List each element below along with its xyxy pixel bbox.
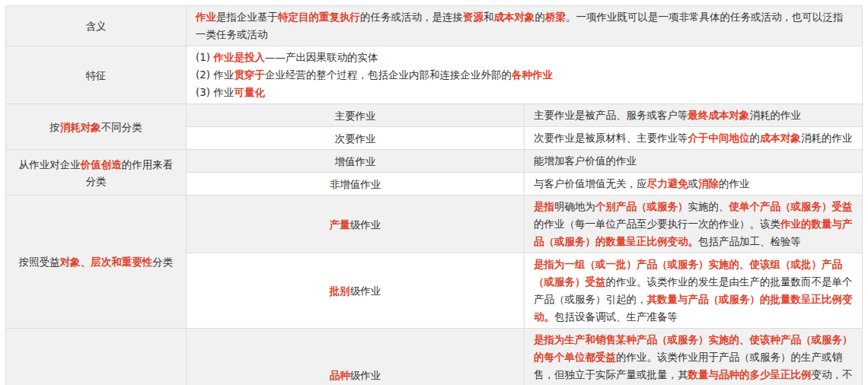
category-label-segment: 消耗对象	[60, 121, 101, 133]
category-label-cell: 含义	[6, 6, 187, 46]
description-segment: 明确地为	[554, 200, 595, 212]
description-cell: (1) 作业是投入——产出因果联动的实体(2) 作业贯穿于企业经营的整个过程，包…	[187, 46, 863, 104]
description-segment: 的作业	[719, 177, 750, 189]
description-segment: 各种作业	[512, 68, 553, 81]
table-row: 从作业对企业价值创造的作用来看分类增值作业能增加客户价值的作业	[6, 150, 863, 173]
description-segment: 主要作业是被产品、服务或客户等	[534, 109, 688, 121]
description-segment: 消除	[698, 177, 719, 189]
subcategory-label-segment: 非增值作业	[330, 178, 381, 190]
table-row: 按照受益对象、层次和重要性分类品种级作业是指为生产和销售某种产品（或服务）实施的…	[6, 329, 863, 385]
description-cell: 是指明确地为个别产品（或服务）实施的、使单个产品（或服务）受益的作业（每一单位产…	[525, 196, 863, 253]
description-segment: 特定目的重复执行	[278, 11, 360, 23]
classification-table: 含义作业是指企业基于特定目的重复执行的任务或活动，是连接资源和成本对象的桥梁。一…	[5, 5, 863, 385]
description-segment: 的	[750, 132, 761, 144]
subcategory-label-segment: 主要作业	[335, 110, 376, 122]
description-segment: 作业是投入	[213, 51, 265, 63]
category-label-cell: 按照受益对象、层次和重要性分类	[6, 196, 187, 329]
subcategory-label-segment: 增值作业	[335, 155, 376, 167]
description-cell: 是指为一组（或一批）产品（或服务）实施的、使该组（或批）产品（或服务）受益的作业…	[525, 253, 863, 329]
description-line: 次要作业是被原材料、主要作业等介于中间地位的成本对象消耗的作业	[534, 132, 853, 144]
description-segment: 的作业（每一单位产品至少要执行一次的作业）。该类	[534, 218, 780, 230]
subcategory-label-segment: 级作业	[350, 369, 381, 381]
description-cell: 主要作业是被产品、服务或客户等最终成本对象消耗的作业	[525, 104, 863, 127]
subcategory-cell: 增值作业	[187, 150, 525, 173]
description-line: (2) 作业贯穿于企业经营的整个过程，包括企业内部和连接企业外部的各种作业	[196, 66, 853, 84]
description-cell: 能增加客户价值的作业	[525, 150, 863, 173]
description-segment: 最终成本对象	[688, 109, 750, 121]
category-label-segment: 对象、层次和重要性	[60, 256, 153, 268]
subcategory-cell: 批别级作业	[187, 253, 525, 329]
subcategory-label-segment: 批别	[330, 285, 350, 297]
category-label-segment: 按	[49, 121, 60, 133]
description-segment: 实施的、	[688, 200, 729, 212]
table-row: 按照受益对象、层次和重要性分类产量级作业是指明确地为个别产品（或服务）实施的、使…	[6, 196, 863, 253]
description-segment: 尽力避免	[647, 177, 688, 189]
subcategory-cell: 品种级作业	[187, 329, 525, 385]
description-line: 是指明确地为个别产品（或服务）实施的、使单个产品（或服务）受益的作业（每一单位产…	[534, 200, 853, 247]
description-segment: (3) 作业	[196, 86, 234, 98]
subcategory-cell: 次要作业	[187, 127, 525, 150]
description-segment: 是指	[534, 200, 554, 212]
description-line: 是指为一组（或一批）产品（或服务）实施的、使该组（或批）产品（或服务）受益的作业…	[534, 258, 853, 323]
subcategory-label-segment: 级作业	[350, 285, 381, 297]
description-segment: 包括设备调试、生产准备等	[554, 310, 678, 323]
page: 含义作业是指企业基于特定目的重复执行的任务或活动，是连接资源和成本对象的桥梁。一…	[0, 0, 868, 385]
description-segment: 次要作业是被原材料、主要作业等	[534, 132, 688, 144]
description-segment: 与客户价值增值无关，应	[534, 177, 647, 189]
description-segment: 是指企业基于	[216, 11, 278, 23]
category-label-cell: 特征	[6, 46, 187, 104]
description-cell: 次要作业是被原材料、主要作业等介于中间地位的成本对象消耗的作业	[525, 127, 863, 150]
category-label-segment: 从作业对企业	[19, 158, 81, 170]
table-row: 特征(1) 作业是投入——产出因果联动的实体(2) 作业贯穿于企业经营的整个过程…	[6, 46, 863, 104]
subcategory-label-segment: 品种	[330, 369, 350, 381]
category-label-cell: 从作业对企业价值创造的作用来看分类	[6, 150, 187, 196]
subcategory-label-segment: 产量	[330, 218, 350, 231]
description-line: 是指为生产和销售某种产品（或服务）实施的、使该种产品（或服务）的每个单位都受益的…	[534, 333, 853, 385]
description-segment: (1)	[196, 51, 213, 63]
description-cell: 是指为生产和销售某种产品（或服务）实施的、使该种产品（或服务）的每个单位都受益的…	[525, 329, 863, 385]
description-segment: 作业	[196, 11, 216, 23]
category-label-segment: 按照受益	[19, 256, 60, 268]
description-segment: (2) 作业	[196, 68, 234, 81]
subcategory-label-segment: 级作业	[350, 218, 381, 231]
table-row: 含义作业是指企业基于特定目的重复执行的任务或活动，是连接资源和成本对象的桥梁。一…	[6, 6, 863, 46]
subcategory-cell: 产量级作业	[187, 196, 525, 253]
description-segment: 可量化	[234, 86, 265, 98]
description-segment: 企业经营的整个过程，包括企业内部和连接企业外部的	[265, 68, 512, 81]
description-segment: 的	[535, 11, 546, 23]
description-segment: 能增加客户价值的作业	[534, 154, 637, 167]
description-segment: 包括产品加工、检验等	[698, 235, 801, 247]
category-label-segment: 不同分类	[101, 121, 142, 133]
category-label-segment: 分类	[152, 256, 173, 268]
description-segment: 个别产品（或服务）	[595, 200, 688, 212]
description-cell: 作业是指企业基于特定目的重复执行的任务或活动，是连接资源和成本对象的桥梁。一项作…	[187, 6, 863, 46]
description-segment: 桥梁	[545, 11, 566, 23]
description-segment: 或	[688, 177, 699, 189]
category-label-cell: 按照受益对象、层次和重要性分类	[6, 329, 187, 385]
category-label-cell: 按消耗对象不同分类	[6, 104, 187, 150]
description-segment: 资源	[463, 11, 483, 23]
description-segment: ——产出因果联动的实体	[265, 51, 378, 63]
description-line: (3) 作业可量化	[196, 84, 853, 101]
description-segment: 消耗的作业	[801, 132, 853, 144]
description-line: 能增加客户价值的作业	[534, 154, 637, 167]
table-row: 按消耗对象不同分类主要作业主要作业是被产品、服务或客户等最终成本对象消耗的作业	[6, 104, 863, 127]
subcategory-cell: 非增值作业	[187, 173, 525, 196]
category-label-segment: 特征	[86, 69, 107, 81]
description-line: 主要作业是被产品、服务或客户等最终成本对象消耗的作业	[534, 109, 801, 121]
description-segment: 贯穿于	[234, 68, 265, 81]
description-segment: 消耗的作业	[750, 109, 802, 121]
description-segment: 介于中间地位	[688, 132, 750, 144]
category-label-segment: 价值创造	[81, 158, 122, 170]
description-segment: 数量与品种的多少呈正比例	[688, 368, 812, 380]
description-line: 与客户价值增值无关，应尽力避免或消除的作业	[534, 177, 750, 189]
description-line: (1) 作业是投入——产出因果联动的实体	[196, 49, 853, 66]
description-segment: 成本对象	[760, 132, 801, 144]
subcategory-cell: 主要作业	[187, 104, 525, 127]
description-cell: 与客户价值增值无关，应尽力避免或消除的作业	[525, 173, 863, 196]
description-segment: 成本对象	[494, 11, 535, 23]
description-line: 作业是指企业基于特定目的重复执行的任务或活动，是连接资源和成本对象的桥梁。一项作…	[196, 11, 844, 40]
table-body: 含义作业是指企业基于特定目的重复执行的任务或活动，是连接资源和成本对象的桥梁。一…	[6, 6, 863, 385]
description-segment: 和	[483, 11, 494, 23]
subcategory-label-segment: 次要作业	[335, 132, 376, 145]
